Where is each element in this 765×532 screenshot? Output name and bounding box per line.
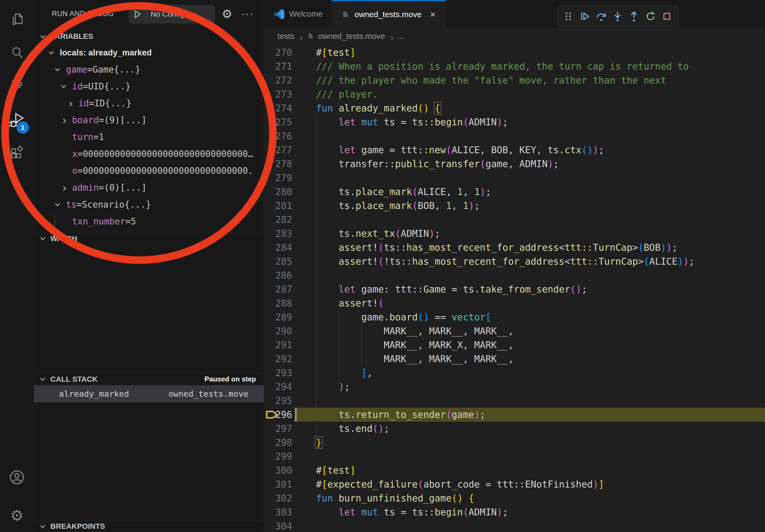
activity-bar: 1 ⚙	[0, 0, 34, 532]
stop-icon[interactable]	[659, 9, 674, 24]
line-number[interactable]: 280	[264, 186, 292, 197]
line-number[interactable]: 290	[264, 326, 292, 337]
tab-welcome[interactable]: Welcome	[264, 0, 332, 28]
chevron-down-icon[interactable]	[50, 51, 60, 54]
debug-settings-gear-icon[interactable]: ⚙	[219, 0, 236, 28]
line-number[interactable]: 284	[264, 242, 292, 253]
chevron-down-icon[interactable]	[62, 85, 72, 88]
line-number[interactable]: 294	[264, 382, 292, 392]
line-number[interactable]: 289	[264, 312, 292, 323]
line-number[interactable]: 286	[264, 270, 292, 281]
line-number[interactable]: 298	[264, 437, 292, 448]
line-number[interactable]: 275	[264, 117, 292, 128]
variable-row-x[interactable]: x = 0000000000000000000000000000000…	[34, 145, 264, 162]
variable-row-board[interactable]: board = (9)[...]	[34, 112, 264, 129]
step-into-icon[interactable]	[610, 9, 625, 24]
variable-row-admin[interactable]: admin = (0)[...]	[34, 179, 264, 196]
line-number[interactable]: 270	[264, 47, 292, 58]
continue-icon[interactable]	[577, 9, 592, 24]
code-line-current: 296 ts.return_to_sender(game);	[264, 408, 765, 421]
variable-name: admin	[72, 182, 99, 193]
variable-row-txn_number[interactable]: txn_number = 5	[34, 213, 264, 230]
equals-sign: =	[77, 149, 83, 159]
breadcrumb-item-symbol[interactable]: ...	[397, 32, 404, 41]
line-number[interactable]: 271	[264, 61, 292, 72]
line-number[interactable]: 283	[264, 228, 292, 239]
run-and-debug-icon[interactable]: 1	[0, 106, 34, 134]
code-line: 303 let mut ts = ts::begin(ADMIN);	[264, 505, 765, 519]
line-number[interactable]: 281	[264, 200, 292, 211]
variable-row-game[interactable]: game = Game{...}	[34, 61, 264, 78]
code-line: 285 assert!(!ts::has_most_recent_for_add…	[264, 254, 765, 268]
equals-sign: =	[89, 98, 94, 109]
chevron-right-icon[interactable]	[68, 102, 78, 105]
breakpoints-section-header[interactable]: BREAKPOINTS	[34, 520, 264, 532]
line-number[interactable]: 300	[264, 465, 292, 476]
call-stack-section-header[interactable]: CALL STACK Paused on step	[34, 373, 264, 385]
variable-row-o[interactable]: o = 0000000000000000000000000000000.	[34, 162, 264, 179]
line-number[interactable]: 304	[264, 521, 292, 531]
line-number[interactable]: 285	[264, 256, 292, 267]
settings-gear-icon[interactable]: ⚙	[0, 502, 34, 530]
breadcrumb-item-folder[interactable]: tests	[278, 32, 294, 41]
watch-header-label: WATCH	[50, 234, 77, 243]
accounts-icon[interactable]	[0, 463, 34, 491]
line-number[interactable]: 303	[264, 507, 292, 518]
restart-icon[interactable]	[643, 9, 658, 24]
code-text: /// player.	[292, 89, 378, 100]
line-number[interactable]: 279	[264, 172, 292, 183]
code-view: 270#[test]271/// When a position is alre…	[264, 46, 765, 532]
line-number[interactable]: 276	[264, 131, 292, 141]
source-control-icon[interactable]	[0, 72, 34, 100]
variable-value: (0)[...]	[104, 182, 147, 193]
extensions-icon[interactable]	[0, 139, 34, 167]
call-stack-frame[interactable]: already_marked owned_tests.move	[34, 385, 264, 402]
code-line: 291 MARK__, MARK_X, MARK__,	[264, 338, 765, 352]
variable-row-id[interactable]: id = ID{...}	[34, 95, 264, 112]
variables-section-header[interactable]: VARIABLES	[34, 30, 264, 43]
line-number[interactable]: 301	[264, 479, 292, 490]
toolbar-drag-handle[interactable]	[561, 9, 576, 24]
chevron-down-icon[interactable]	[56, 68, 66, 71]
variable-row-turn[interactable]: turn = 1	[34, 129, 264, 145]
line-number[interactable]: 295	[264, 396, 292, 406]
line-number[interactable]: 274	[264, 103, 292, 114]
line-number[interactable]: 293	[264, 368, 292, 378]
variable-row-id[interactable]: id = UID{...}	[34, 78, 264, 95]
line-number[interactable]: 278	[264, 158, 292, 169]
explorer-icon[interactable]	[0, 5, 34, 33]
variable-value: 0000000000000000000000000000000.	[83, 165, 253, 176]
close-tab-icon[interactable]	[429, 11, 437, 18]
line-number[interactable]: 292	[264, 354, 292, 364]
step-over-icon[interactable]	[594, 9, 609, 24]
chevron-right-icon[interactable]	[62, 119, 72, 122]
step-out-icon[interactable]	[626, 9, 641, 24]
line-number[interactable]: 291	[264, 340, 292, 350]
breadcrumb-item-file[interactable]: owned_tests.move	[318, 32, 385, 41]
chevron-down-icon	[40, 235, 45, 240]
line-number[interactable]: 302	[264, 493, 292, 504]
line-number[interactable]: 272	[264, 75, 292, 86]
line-number[interactable]: 282	[264, 214, 292, 225]
launch-config-dropdown[interactable]: No Configur	[129, 5, 215, 24]
variable-row-ts[interactable]: ts = Scenario{...}	[34, 196, 264, 213]
chevron-down-icon[interactable]	[56, 203, 66, 206]
run-and-debug-sidebar: RUN AND DEBUG No Configur ⚙ ··· VARIABLE…	[34, 0, 264, 532]
chevron-right-icon[interactable]	[62, 186, 72, 189]
line-number[interactable]: 287	[264, 284, 292, 295]
line-number[interactable]: 297	[264, 423, 292, 434]
start-debug-icon[interactable]	[129, 5, 146, 24]
watch-section-header[interactable]: WATCH	[34, 232, 264, 245]
line-number[interactable]: 273	[264, 89, 292, 100]
line-number[interactable]: 277	[264, 145, 292, 155]
variables-scope-row[interactable]: locals: already_marked	[34, 44, 264, 61]
search-icon[interactable]	[0, 39, 34, 67]
code-text: let mut ts = ts::begin(ADMIN);	[292, 117, 508, 128]
line-number[interactable]: 299	[264, 451, 292, 462]
more-actions-icon[interactable]: ···	[239, 0, 256, 28]
frame-file-name: owned_tests.move	[168, 389, 249, 399]
tab-owned-tests-move[interactable]: owned_tests.move	[332, 0, 446, 28]
line-number[interactable]: 288	[264, 298, 292, 309]
variable-value: (9)[...]	[104, 115, 147, 126]
sidebar-title: RUN AND DEBUG	[52, 0, 114, 28]
